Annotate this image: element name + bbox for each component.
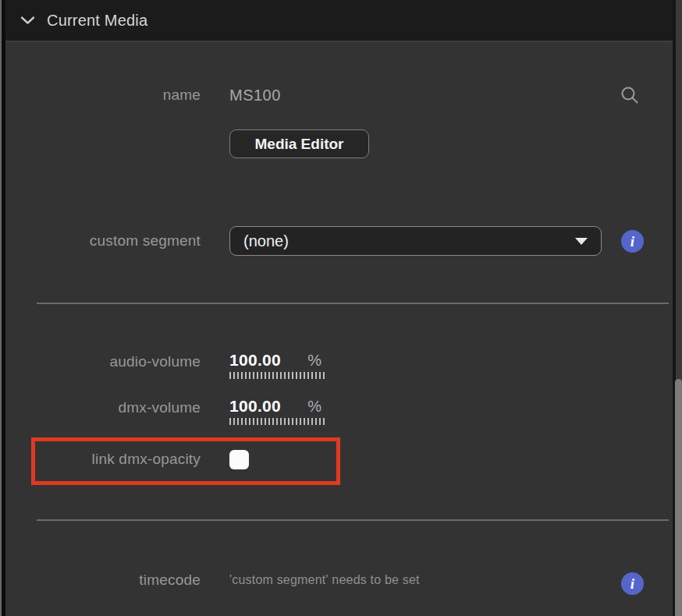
custom-segment-row: custom segment (none) [11, 226, 673, 256]
chevron-down-icon[interactable] [20, 16, 35, 25]
scrollbar-thumb[interactable] [675, 379, 682, 616]
dmx-volume-row: dmx-volume 100.00 % [11, 397, 673, 428]
dmx-volume-unit: % [307, 398, 321, 416]
name-label: name [11, 87, 201, 104]
panel-header-current-media[interactable]: Current Media [5, 0, 673, 42]
section-divider [37, 519, 669, 521]
custom-segment-selected-value: (none) [243, 232, 289, 250]
audio-volume-label: audio-volume [11, 351, 201, 373]
search-button[interactable] [620, 85, 640, 105]
section-divider [37, 303, 669, 304]
dmx-volume-field[interactable]: 100.00 % [229, 397, 327, 425]
audio-volume-unit: % [307, 352, 321, 370]
audio-volume-row: audio-volume 100.00 % [11, 351, 673, 382]
info-icon: i [630, 233, 634, 250]
audio-volume-value[interactable]: 100.00 [229, 351, 281, 370]
timecode-hint-message: 'custom segment' needs to be set [229, 573, 420, 587]
current-media-panel: Current Media name MS100 Media Editor cu… [5, 0, 673, 616]
link-dmx-opacity-row: link dmx-opacity [11, 448, 673, 470]
custom-segment-label: custom segment [11, 232, 201, 250]
timecode-row: timecode 'custom segment' needs to be se… [11, 569, 673, 591]
panel-title: Current Media [47, 12, 147, 30]
current-media-panel-screen: Current Media name MS100 Media Editor cu… [0, 0, 682, 616]
media-editor-button[interactable]: Media Editor [229, 129, 369, 158]
custom-segment-info-button[interactable]: i [621, 230, 644, 253]
dropdown-arrow-icon [575, 238, 588, 245]
media-name-value[interactable]: MS100 [229, 87, 281, 104]
dmx-volume-value[interactable]: 100.00 [229, 397, 281, 416]
custom-segment-dropdown[interactable]: (none) [229, 226, 602, 256]
name-row: name MS100 [11, 84, 673, 106]
drag-ruler-ticks[interactable] [229, 418, 327, 425]
timecode-info-button[interactable]: i [621, 572, 644, 595]
link-dmx-opacity-checkbox[interactable] [229, 450, 249, 469]
timecode-label: timecode [11, 572, 201, 589]
search-icon [620, 85, 640, 105]
link-dmx-opacity-label: link dmx-opacity [11, 451, 201, 468]
drag-ruler-ticks[interactable] [229, 372, 327, 379]
dmx-volume-label: dmx-volume [11, 397, 201, 419]
info-icon: i [630, 575, 634, 593]
audio-volume-field[interactable]: 100.00 % [229, 351, 327, 379]
